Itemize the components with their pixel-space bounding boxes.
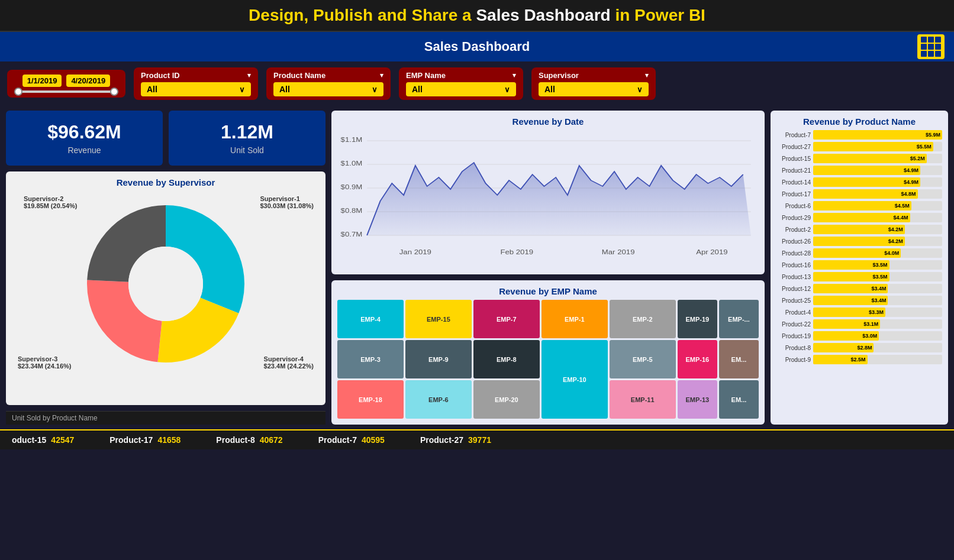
treemap-area: EMP-4 EMP-15 EMP-7 EMP-1 EMP-2 EMP-19 EM…: [337, 300, 759, 419]
svg-text:$1.0M: $1.0M: [341, 160, 363, 167]
revenue-date-title: Revenue by Date: [337, 116, 759, 127]
supervisor3-label: Supervisor-3 $23.34M (24.16%): [18, 355, 72, 370]
bar-fill: $2.8M: [813, 343, 874, 352]
date-end: 4/20/2019: [66, 75, 110, 87]
date-start: 1/1/2019: [22, 75, 62, 87]
bar-fill: $5.2M: [813, 154, 927, 163]
bar-track: $5.9M: [813, 130, 942, 140]
product-name-select[interactable]: All ∨: [273, 82, 383, 96]
donut-chart: [83, 201, 249, 367]
date-slider-track[interactable]: [14, 90, 118, 93]
ticker-product-2: Product-8: [216, 435, 254, 445]
svg-text:$0.8M: $0.8M: [341, 208, 363, 214]
bar-value: $3.5M: [873, 262, 888, 268]
top-banner: Design, Publish and Share a Sales Dashbo…: [0, 0, 954, 32]
bar-fill: $3.4M: [813, 284, 888, 293]
bar-fill: $3.1M: [813, 319, 880, 329]
bar-value: $4.5M: [895, 203, 910, 209]
bar-value: $4.9M: [904, 179, 918, 185]
emp-treemap-title: Revenue by EMP Name: [337, 286, 759, 296]
slider-thumb-left[interactable]: [14, 88, 22, 96]
bar-track: $3.5M: [813, 272, 942, 281]
bar-label: Product-2: [776, 226, 811, 233]
product-bar-title: Revenue by Product Name: [776, 116, 942, 127]
supervisor2-label: Supervisor-2 $19.85M (20.54%): [24, 195, 78, 209]
left-column: $96.62M Revenue 1.12M Unit Sold Revenue …: [6, 111, 325, 425]
date-filter[interactable]: 1/1/2019 4/20/2019: [7, 70, 125, 98]
treemap-emp20: EMP-20: [473, 380, 540, 419]
sub-header: Sales Dashboard: [0, 32, 954, 61]
product-name-filter[interactable]: Product Name ▾ All ∨: [266, 67, 391, 100]
dashboard-title: Sales Dashboard: [424, 39, 530, 54]
emp-name-select-chevron: ∨: [504, 85, 510, 94]
bar-label: Product-15: [776, 156, 811, 162]
bar-track: $4.4M: [813, 213, 942, 222]
ticker-product-1: Product-17: [109, 435, 153, 445]
svg-text:$0.9M: $0.9M: [341, 184, 363, 190]
product-id-filter[interactable]: Product ID ▾ All ∨: [134, 67, 258, 100]
bar-track: $3.4M: [813, 284, 942, 293]
bar-value: $4.9M: [904, 167, 918, 173]
bar-label: Product-8: [776, 345, 811, 351]
product-bar-card: Revenue by Product Name Product-7$5.9MPr…: [771, 111, 948, 425]
bar-fill: $4.4M: [813, 213, 910, 222]
supervisor-chevron: ▾: [645, 72, 649, 79]
treemap-emp1: EMP-1: [542, 300, 608, 338]
bar-label: Product-29: [776, 215, 811, 221]
bar-track: $4.9M: [813, 166, 942, 175]
bar-fill: $5.9M: [813, 130, 942, 140]
supervisor-donut-card: Revenue by Supervisor: [6, 171, 325, 405]
bar-row: Product-22$3.1M: [776, 319, 942, 329]
bar-value: $4.2M: [888, 226, 903, 232]
bar-track: $3.0M: [813, 331, 942, 341]
bar-row: Product-6$4.5M: [776, 201, 942, 211]
supervisor-select[interactable]: All ∨: [539, 82, 649, 96]
banner-title-end: in Power BI: [611, 6, 705, 24]
bar-value: $3.0M: [862, 333, 877, 339]
bar-row: Product-7$5.9M: [776, 130, 942, 140]
treemap-emp7: EMP-7: [473, 300, 540, 338]
emp-treemap-card: Revenue by EMP Name EMP-4 EMP-15 EMP-7 E…: [331, 280, 765, 425]
bar-fill: $3.5M: [813, 260, 889, 270]
bar-row: Product-29$4.4M: [776, 213, 942, 222]
product-id-select[interactable]: All ∨: [141, 82, 251, 96]
banner-title-highlight: Sales Dashboard: [476, 6, 610, 24]
revenue-value: $96.62M: [47, 121, 121, 143]
bar-label: Product-19: [776, 333, 811, 339]
emp-name-select[interactable]: All ∨: [406, 82, 516, 96]
bar-row: Product-27$5.5M: [776, 142, 942, 151]
treemap-emp9: EMP-9: [405, 340, 472, 378]
treemap-emp16: EMP-16: [678, 340, 717, 378]
bar-row: Product-25$3.4M: [776, 296, 942, 305]
bar-label: Product-14: [776, 179, 811, 186]
ticker-value-4: 39771: [468, 435, 491, 445]
ticker-item-2: Product-8 40672: [216, 435, 282, 445]
emp-name-filter[interactable]: EMP Name ▾ All ∨: [399, 67, 523, 100]
bar-fill: $4.9M: [813, 177, 920, 187]
svg-text:Mar 2019: Mar 2019: [602, 249, 635, 255]
bar-value: $4.8M: [901, 191, 916, 197]
bar-row: Product-12$3.4M: [776, 284, 942, 293]
bar-label: Product-28: [776, 250, 811, 257]
bar-value: $5.2M: [910, 156, 925, 161]
treemap-emp18: EMP-18: [337, 380, 404, 419]
bar-fill: $4.2M: [813, 225, 905, 234]
slider-thumb-right[interactable]: [110, 88, 118, 96]
bar-row: Product-9$2.5M: [776, 355, 942, 364]
bar-value: $4.4M: [893, 215, 908, 221]
product-id-label: Product ID ▾: [141, 71, 251, 80]
bar-label: Product-26: [776, 238, 811, 245]
svg-text:Jan 2019: Jan 2019: [399, 249, 431, 255]
svg-point-4: [128, 247, 203, 321]
treemap-emp19: EMP-19: [678, 300, 717, 338]
unit-sold-ticker: Unit Sold by Product Name: [6, 411, 325, 425]
bar-row: Product-28$4.0M: [776, 248, 942, 258]
bar-track: $3.4M: [813, 296, 942, 305]
bar-row: Product-8$2.8M: [776, 343, 942, 352]
treemap-emp13: EMP-13: [678, 380, 717, 419]
bar-fill: $4.2M: [813, 237, 905, 246]
supervisor1-label: Supervisor-1 $30.03M (31.08%): [260, 195, 314, 209]
main-content: $96.62M Revenue 1.12M Unit Sold Revenue …: [0, 106, 954, 429]
bar-row: Product-17$4.8M: [776, 189, 942, 199]
supervisor-filter[interactable]: Supervisor ▾ All ∨: [531, 67, 656, 100]
